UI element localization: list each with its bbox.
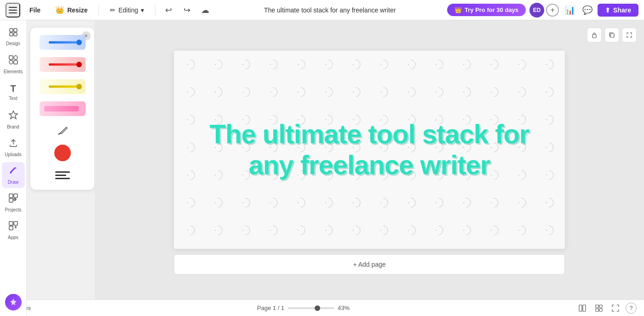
grid-view-button[interactable] xyxy=(576,302,589,315)
sidebar-item-uploads[interactable]: Uploads xyxy=(2,135,25,160)
svg-rect-10 xyxy=(9,194,13,198)
redo-button[interactable]: ↪ xyxy=(179,3,194,18)
sidebar-item-elements[interactable]: Elements xyxy=(2,52,25,77)
pencil-icon: ✏ xyxy=(110,6,115,14)
sidebar-item-design-label: Design xyxy=(6,41,20,46)
svg-rect-6 xyxy=(9,60,13,64)
crown-pro-icon: 👑 xyxy=(454,6,462,13)
sidebar-item-text-label: Text xyxy=(9,96,17,101)
svg-rect-18 xyxy=(9,226,13,230)
tool-marker-yellow[interactable] xyxy=(37,77,88,96)
sidebar-item-brand-label: Brand xyxy=(7,124,19,129)
expand-button[interactable] xyxy=(622,28,637,42)
sidebar-item-apps-label: Apps xyxy=(8,235,18,240)
tool-lines[interactable] xyxy=(37,166,88,184)
svg-rect-7 xyxy=(14,60,17,64)
avatar-area: ED + xyxy=(529,3,559,18)
apps-icon xyxy=(8,221,18,233)
canvas-top-toolbar xyxy=(587,28,637,42)
page-info: Page 1 / 1 xyxy=(257,304,284,311)
uploads-icon xyxy=(8,138,18,150)
file-button[interactable]: File xyxy=(24,5,46,16)
lock-button[interactable] xyxy=(587,28,602,42)
sidebar-item-design[interactable]: Design xyxy=(2,24,25,50)
svg-rect-27 xyxy=(599,309,602,311)
svg-rect-19 xyxy=(592,35,596,38)
svg-marker-8 xyxy=(9,111,17,119)
bottom-bar: ✏ Notes Page 1 / 1 43% xyxy=(0,299,644,316)
svg-rect-26 xyxy=(596,309,598,311)
text-icon: T xyxy=(10,83,16,94)
tool-brush-red[interactable] xyxy=(37,144,88,162)
avatar[interactable]: ED xyxy=(529,3,544,18)
tool-marker-red[interactable] xyxy=(37,55,88,74)
add-collaborator-button[interactable]: + xyxy=(546,4,559,17)
svg-rect-24 xyxy=(596,305,598,308)
left-sidebar: Design Elements T Text B xyxy=(0,20,27,316)
svg-rect-4 xyxy=(9,56,13,59)
sidebar-item-text[interactable]: T Text xyxy=(2,79,25,105)
share-button[interactable]: ⬆ Share xyxy=(598,4,638,17)
elements-icon xyxy=(8,55,18,67)
magic-button[interactable] xyxy=(5,294,22,310)
svg-rect-3 xyxy=(14,33,17,36)
help-button[interactable]: ? xyxy=(626,303,637,314)
brand-icon xyxy=(8,110,18,123)
zoom-slider[interactable] xyxy=(288,307,334,309)
sidebar-item-draw[interactable]: Draw xyxy=(2,162,25,188)
nav-divider-2 xyxy=(155,5,155,16)
svg-rect-22 xyxy=(579,305,582,311)
canvas-main-text: The ultimate tool stack for any freelanc… xyxy=(191,119,548,180)
undo-button[interactable]: ↩ xyxy=(161,3,176,18)
main-area: Design Elements T Text B xyxy=(0,20,644,316)
projects-icon xyxy=(8,193,18,205)
svg-rect-16 xyxy=(9,222,13,225)
design-icon xyxy=(9,28,18,39)
zoom-level: 43% xyxy=(338,304,350,311)
resize-button[interactable]: 👑 Resize xyxy=(50,4,93,16)
draw-icon xyxy=(8,165,18,178)
bottom-center: Page 1 / 1 43% xyxy=(257,304,350,311)
sidebar-item-apps[interactable]: Apps xyxy=(2,217,25,243)
svg-rect-23 xyxy=(583,305,586,311)
nav-divider-1 xyxy=(98,5,99,16)
svg-point-9 xyxy=(10,172,12,174)
svg-rect-2 xyxy=(10,33,13,36)
navbar: File 👑 Resize ✏ Editing ▾ ↩ ↪ ☁ The ulti… xyxy=(0,0,644,20)
svg-rect-1 xyxy=(14,29,17,32)
cloud-button[interactable]: ☁ xyxy=(198,3,213,18)
draw-panel-wrapper: × xyxy=(27,20,95,316)
canvas-content: The ultimate tool stack for any freelanc… xyxy=(174,51,565,249)
tool-marker-blue[interactable] xyxy=(37,33,88,52)
comments-button[interactable]: 💬 xyxy=(580,3,595,18)
sidebar-item-projects[interactable]: Projects xyxy=(2,190,25,216)
editing-button[interactable]: ✏ Editing ▾ xyxy=(104,5,150,16)
chevron-down-icon: ▾ xyxy=(141,6,144,14)
canvas-area: The ultimate tool stack for any freelanc… xyxy=(95,20,644,316)
duplicate-button[interactable] xyxy=(604,28,619,42)
svg-rect-12 xyxy=(9,199,13,202)
menu-button[interactable] xyxy=(6,3,20,18)
svg-rect-25 xyxy=(599,305,602,308)
pro-button[interactable]: 👑 Try Pro for 30 days xyxy=(447,4,526,16)
share-icon: ⬆ xyxy=(605,6,610,14)
svg-rect-11 xyxy=(14,194,17,198)
analytics-button[interactable]: 📊 xyxy=(563,3,577,18)
fullscreen-button[interactable] xyxy=(609,302,622,315)
sidebar-item-uploads-label: Uploads xyxy=(5,152,22,157)
crown-icon: 👑 xyxy=(55,6,64,14)
sidebar-item-draw-label: Draw xyxy=(8,180,18,185)
svg-rect-0 xyxy=(10,29,13,32)
svg-rect-20 xyxy=(610,34,614,37)
document-title: The ultimate tool stack for any freelanc… xyxy=(216,6,443,14)
multi-view-button[interactable] xyxy=(592,302,605,315)
add-page-button[interactable]: + Add page xyxy=(174,254,565,275)
tool-eraser[interactable] xyxy=(37,122,88,140)
sidebar-item-brand[interactable]: Brand xyxy=(2,107,25,133)
draw-panel: × xyxy=(30,28,95,190)
svg-point-5 xyxy=(14,56,17,59)
tool-highlighter-pink[interactable] xyxy=(37,99,88,118)
canvas-wrapper[interactable]: The ultimate tool stack for any freelanc… xyxy=(174,51,565,249)
sidebar-item-projects-label: Projects xyxy=(5,207,21,212)
zoom-slider-thumb xyxy=(315,305,320,311)
